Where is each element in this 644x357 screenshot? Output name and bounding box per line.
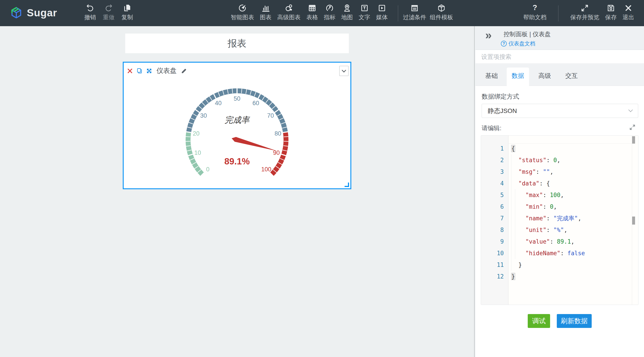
svg-text:完成率: 完成率	[225, 116, 250, 124]
toolbar-label: 退出	[622, 14, 634, 21]
toolbar-label: 过滤条件	[403, 14, 426, 21]
toolbar-label: 复制	[122, 14, 133, 21]
editor-scrollbar-thumb[interactable]	[632, 136, 635, 144]
debug-button[interactable]: 调试	[528, 314, 550, 328]
toolbar-redo[interactable]: 重做	[103, 3, 114, 21]
copy-icon	[123, 3, 132, 13]
delete-icon[interactable]	[127, 68, 133, 74]
copy-widget-icon[interactable]	[136, 68, 143, 74]
svg-text:50: 50	[234, 95, 240, 102]
gauge-chart: 0102030405060708090100完成率89.1%	[124, 63, 350, 188]
editor-label: 请编辑:	[482, 124, 502, 132]
toolbar-smart-chart[interactable]: 智能图表	[231, 3, 254, 21]
svg-text:0: 0	[206, 166, 210, 173]
indent-guide	[511, 154, 512, 271]
toolbar-media[interactable]: 媒体	[376, 3, 388, 21]
data-binding-label: 数据绑定方式	[482, 92, 519, 101]
widget-menu-dropdown[interactable]	[339, 66, 348, 76]
chevron-down-icon	[342, 68, 346, 72]
code-area[interactable]: { "status": 0, "msg": "", "data": { "max…	[509, 136, 638, 305]
code-line: "max": 100,	[512, 189, 638, 201]
toolbar-exit[interactable]: 退出	[622, 3, 634, 21]
help-circle-icon: ?	[501, 41, 507, 46]
code-line: {	[512, 143, 638, 154]
report-title-component[interactable]: 报表	[125, 34, 349, 53]
toolbar-filter[interactable]: 过滤条件	[403, 3, 426, 21]
settings-search-input[interactable]	[476, 50, 644, 64]
code-line: }	[512, 271, 638, 282]
table-icon	[308, 3, 317, 13]
line-number: 4	[481, 178, 508, 189]
panel-header: » 控制面板 | 仪表盘 ? 仪表盘文档	[476, 26, 644, 50]
code-line: "value": 89.1,	[512, 236, 638, 248]
toolbar-label: 智能图表	[231, 14, 254, 21]
toolbar-copy[interactable]: 复制	[122, 3, 133, 21]
top-navbar: Sugar 撤销重做复制 智能图表图表高级图表表格指标地图文字媒体 过滤条件组件…	[0, 0, 644, 26]
tab-interaction[interactable]: 交互	[565, 72, 578, 80]
toolbar-help[interactable]: ?帮助文档	[523, 3, 546, 21]
toolbar-save[interactable]: 保存	[605, 3, 617, 21]
toolbar-kpi[interactable]: 指标	[324, 3, 336, 21]
line-number: 10	[481, 248, 508, 259]
edit-pencil-icon[interactable]	[181, 68, 187, 74]
svg-text:20: 20	[193, 130, 200, 137]
toolbar-map[interactable]: 地图	[341, 3, 353, 21]
toolbar-label: 媒体	[376, 14, 388, 21]
toolbar-advanced-chart[interactable]: 高级图表	[277, 3, 300, 21]
dashboard-canvas[interactable]: 报表 0102030405060708090100完成率89.1% 仪表盘	[0, 26, 475, 357]
redo-icon	[104, 3, 113, 13]
report-title: 报表	[228, 37, 246, 50]
toolbar-table[interactable]: 表格	[306, 3, 318, 21]
toolbar-edit-group: 撤销重做复制	[84, 3, 133, 21]
tab-basic[interactable]: 基础	[485, 72, 498, 80]
line-number: 1	[481, 143, 508, 154]
toolbar-label: 重做	[103, 14, 114, 21]
exit-icon	[624, 3, 633, 13]
editor-scrollbar-thumb[interactable]	[632, 216, 635, 224]
tab-advanced[interactable]: 高级	[538, 72, 551, 80]
expand-editor-icon[interactable]	[629, 124, 636, 131]
svg-text:?: ?	[533, 4, 537, 12]
svg-text:30: 30	[200, 112, 207, 119]
sugar-logo-icon	[10, 6, 23, 19]
undo-icon	[86, 3, 94, 13]
svg-text:10: 10	[194, 150, 201, 156]
widget-type-label: 仪表盘	[156, 66, 177, 76]
doc-link-label: 仪表盘文档	[508, 40, 535, 47]
filter-icon	[410, 3, 419, 13]
tab-data[interactable]: 数据	[512, 72, 524, 80]
toolbar-label: 指标	[324, 14, 336, 21]
line-number: 5	[481, 189, 508, 201]
toolbar-label: 文字	[359, 14, 370, 21]
code-line: "hideName": false	[512, 248, 638, 259]
code-line: "data": {	[512, 178, 638, 189]
toolbar-undo[interactable]: 撤销	[84, 3, 96, 21]
line-number: 3	[481, 166, 508, 178]
data-binding-select[interactable]: 静态JSON	[482, 104, 638, 118]
map-icon	[342, 3, 352, 13]
toolbar-template[interactable]: 组件模板	[430, 3, 453, 21]
toolbar-text[interactable]: 文字	[359, 3, 370, 21]
svg-text:90: 90	[273, 150, 280, 156]
svg-text:80: 80	[274, 130, 281, 137]
toolbar-label: 表格	[306, 14, 318, 21]
toolbar-label: 地图	[341, 14, 353, 21]
gauge-doc-link[interactable]: ? 仪表盘文档	[501, 40, 535, 47]
panel-tabs: 基础 数据 高级 交互	[476, 64, 644, 86]
kpi-icon	[325, 3, 334, 13]
move-resize-icon[interactable]	[146, 68, 152, 74]
toolbar-label: 保存并预览	[570, 14, 599, 21]
svg-text:89.1%: 89.1%	[224, 156, 250, 166]
toolbar-label: 撤销	[84, 14, 96, 21]
toolbar-label: 组件模板	[430, 14, 453, 21]
collapse-panel-icon[interactable]: »	[485, 29, 492, 41]
refresh-data-button[interactable]: 刷新数据	[557, 314, 592, 328]
gauge-widget[interactable]: 0102030405060708090100完成率89.1% 仪表盘	[123, 62, 351, 189]
toolbar-preview[interactable]: 保存并预览	[570, 3, 599, 21]
svg-text:40: 40	[215, 100, 222, 106]
toolbar-chart[interactable]: 图表	[260, 3, 272, 21]
resize-handle[interactable]	[344, 182, 349, 187]
text-icon	[360, 3, 369, 13]
json-code-editor[interactable]: 123456789101112 { "status": 0, "msg": ""…	[481, 135, 638, 305]
panel-title: 控制面板 | 仪表盘	[504, 30, 551, 38]
